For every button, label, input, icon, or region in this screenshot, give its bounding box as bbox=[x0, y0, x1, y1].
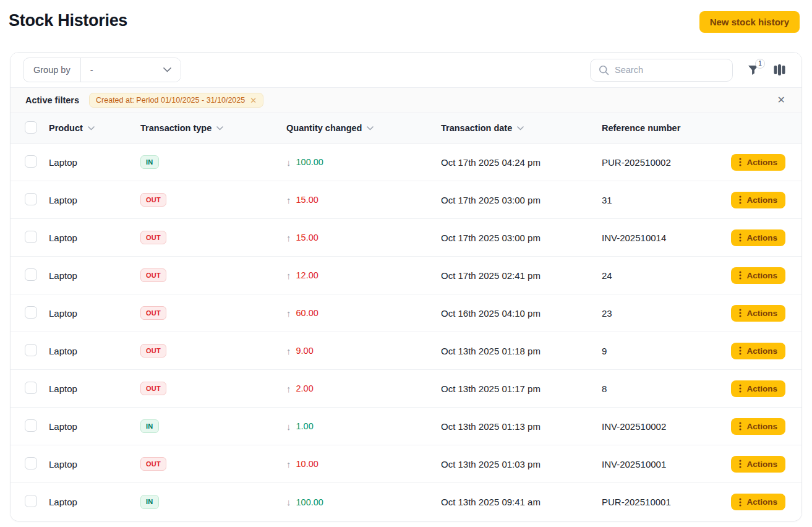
row-actions-button[interactable]: Actions bbox=[731, 380, 785, 397]
quantity-cell: ↑ 9.00 bbox=[286, 346, 441, 356]
row-actions-button[interactable]: Actions bbox=[731, 267, 785, 284]
row-actions-button[interactable]: Actions bbox=[731, 154, 785, 171]
actions-button-label: Actions bbox=[746, 422, 777, 431]
row-checkbox[interactable] bbox=[25, 419, 37, 432]
column-header-transaction-date[interactable]: Transaction date bbox=[441, 123, 602, 133]
row-checkbox[interactable] bbox=[25, 382, 37, 394]
quantity-direction-icon: ↑ bbox=[286, 233, 291, 243]
new-stock-history-button[interactable]: New stock history bbox=[699, 11, 800, 33]
quantity-cell: ↓ 1.00 bbox=[286, 421, 441, 432]
search-input[interactable] bbox=[615, 65, 724, 75]
table-row: Laptop OUT ↑ 9.00 Oct 13th 2025 01:18 pm… bbox=[11, 332, 801, 370]
actions-button-label: Actions bbox=[746, 460, 777, 469]
product-cell: Laptop bbox=[49, 383, 140, 394]
row-checkbox[interactable] bbox=[25, 155, 37, 168]
table-body: Laptop IN ↓ 100.00 Oct 17th 2025 04:24 p… bbox=[11, 144, 801, 521]
group-by-label: Group by bbox=[24, 58, 81, 82]
sort-chevron-icon bbox=[88, 126, 95, 131]
row-actions-button[interactable]: Actions bbox=[731, 229, 785, 246]
quantity-value: 100.00 bbox=[296, 497, 323, 507]
transaction-type-badge: OUT bbox=[140, 231, 166, 244]
row-actions-button[interactable]: Actions bbox=[731, 418, 785, 435]
row-checkbox[interactable] bbox=[25, 457, 37, 469]
reference-number-cell: 31 bbox=[602, 195, 727, 205]
quantity-cell: ↓ 100.00 bbox=[286, 157, 441, 168]
chip-remove-icon[interactable]: ✕ bbox=[250, 96, 257, 105]
group-by-value: - bbox=[90, 65, 93, 75]
quantity-direction-icon: ↓ bbox=[286, 497, 291, 507]
active-filters-label: Active filters bbox=[25, 95, 79, 105]
quantity-direction-icon: ↑ bbox=[286, 195, 291, 205]
group-by-select[interactable]: - bbox=[81, 58, 181, 82]
reference-number-cell: 9 bbox=[602, 346, 727, 356]
row-actions-button[interactable]: Actions bbox=[731, 305, 785, 322]
page-title: Stock Histories bbox=[9, 11, 127, 30]
product-cell: Laptop bbox=[49, 157, 140, 168]
vertical-dots-icon bbox=[739, 460, 741, 468]
quantity-direction-icon: ↓ bbox=[286, 157, 291, 168]
quantity-cell: ↑ 2.00 bbox=[286, 383, 441, 394]
actions-button-label: Actions bbox=[746, 158, 777, 167]
quantity-cell: ↑ 12.00 bbox=[286, 270, 441, 281]
transaction-type-badge: OUT bbox=[140, 306, 166, 320]
vertical-dots-icon bbox=[739, 195, 741, 204]
toggle-columns-button[interactable] bbox=[774, 64, 785, 75]
product-cell: Laptop bbox=[49, 346, 140, 356]
search-icon bbox=[599, 65, 609, 75]
table-row: Laptop OUT ↑ 15.00 Oct 17th 2025 03:00 p… bbox=[11, 181, 801, 219]
sort-chevron-icon bbox=[517, 126, 524, 131]
transaction-type-badge: OUT bbox=[140, 382, 166, 395]
row-actions-button[interactable]: Actions bbox=[731, 456, 785, 473]
transaction-date-cell: Oct 17th 2025 02:41 pm bbox=[441, 270, 602, 281]
column-header-reference-number: Reference number bbox=[602, 123, 727, 133]
column-header-transaction-type[interactable]: Transaction type bbox=[140, 123, 286, 133]
product-cell: Laptop bbox=[49, 459, 140, 469]
quantity-direction-icon: ↑ bbox=[286, 383, 291, 394]
row-checkbox[interactable] bbox=[25, 231, 37, 243]
actions-button-label: Actions bbox=[746, 497, 777, 507]
select-all-checkbox[interactable] bbox=[25, 121, 37, 134]
product-cell: Laptop bbox=[49, 195, 140, 205]
filter-count-badge: 1 bbox=[755, 59, 765, 69]
row-checkbox[interactable] bbox=[25, 344, 37, 356]
page-header: Stock Histories New stock history bbox=[0, 0, 812, 33]
product-cell: Laptop bbox=[49, 421, 140, 432]
vertical-dots-icon bbox=[739, 271, 741, 280]
reference-number-cell: INV-202510001 bbox=[602, 459, 727, 469]
quantity-value: 100.00 bbox=[296, 157, 323, 167]
vertical-dots-icon bbox=[739, 498, 741, 507]
row-checkbox[interactable] bbox=[25, 495, 37, 507]
table-row: Laptop OUT ↑ 15.00 Oct 17th 2025 03:00 p… bbox=[11, 219, 801, 257]
sort-chevron-icon bbox=[367, 126, 374, 131]
column-header-product[interactable]: Product bbox=[49, 123, 140, 133]
quantity-direction-icon: ↑ bbox=[286, 346, 291, 356]
row-checkbox[interactable] bbox=[25, 268, 37, 281]
vertical-dots-icon bbox=[739, 233, 741, 242]
transaction-type-badge: IN bbox=[140, 495, 159, 508]
table-row: Laptop OUT ↑ 10.00 Oct 13th 2025 01:03 p… bbox=[11, 445, 801, 483]
row-actions-button[interactable]: Actions bbox=[731, 192, 785, 208]
row-actions-button[interactable]: Actions bbox=[731, 494, 785, 510]
active-filters-bar: Active filters Created at: Period 01/10/… bbox=[11, 87, 801, 113]
product-cell: Laptop bbox=[49, 497, 140, 507]
transaction-date-cell: Oct 16th 2025 04:10 pm bbox=[441, 308, 602, 319]
actions-button-label: Actions bbox=[746, 233, 777, 242]
product-cell: Laptop bbox=[49, 270, 140, 281]
row-actions-button[interactable]: Actions bbox=[731, 343, 785, 359]
quantity-cell: ↑ 60.00 bbox=[286, 308, 441, 319]
transaction-type-badge: OUT bbox=[140, 344, 166, 358]
table-row: Laptop IN ↓ 100.00 Oct 17th 2025 04:24 p… bbox=[11, 144, 801, 181]
table-row: Laptop IN ↓ 100.00 Oct 13th 2025 09:41 a… bbox=[11, 483, 801, 521]
quantity-direction-icon: ↑ bbox=[286, 270, 291, 281]
filter-button[interactable]: 1 bbox=[748, 65, 759, 75]
clear-all-filters-icon[interactable]: ✕ bbox=[777, 95, 785, 105]
row-checkbox[interactable] bbox=[25, 193, 37, 205]
row-checkbox[interactable] bbox=[25, 306, 37, 319]
actions-button-label: Actions bbox=[746, 309, 777, 318]
quantity-value: 15.00 bbox=[296, 233, 318, 242]
quantity-value: 1.00 bbox=[296, 421, 314, 431]
quantity-direction-icon: ↑ bbox=[286, 459, 291, 469]
column-header-quantity-changed[interactable]: Quantity changed bbox=[286, 123, 441, 133]
quantity-value: 15.00 bbox=[296, 195, 318, 205]
table-header-row: Product Transaction type Quantity change… bbox=[11, 113, 801, 144]
